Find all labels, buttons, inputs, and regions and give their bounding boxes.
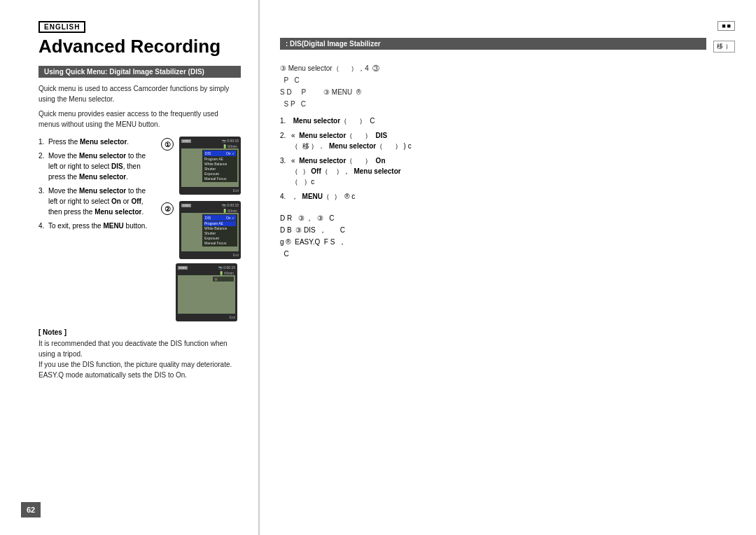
right-notes: D R ③ ， ③ C D B ③ DIS ， C g ® EASY.Q F S…: [280, 212, 735, 260]
page-container: ENGLISH Advanced Recording Using Quick M…: [0, 0, 756, 535]
right-section-header: : DIS(Digital Image Stabilizer: [280, 38, 706, 50]
notes-title: [ Notes ]: [38, 328, 241, 336]
right-header-bar: ■ ■: [280, 21, 735, 31]
camera-ui-3: STBY 📷 0:00:15 🔋 60min 설: [176, 263, 237, 321]
right-section-header-row: : DIS(Digital Image Stabilizer 移 ）: [280, 38, 735, 55]
intro-text-1: Quick menu is used to access Camcorder f…: [38, 83, 241, 104]
intro-text-2: Quick menu provides easier access to the…: [38, 109, 241, 130]
chinese-header-area: ■ ■: [718, 21, 735, 31]
notes-item-2: If you use the DIS function, the picture…: [38, 359, 241, 370]
steps-list: 1. Press the Menu selector. 2. Move the …: [38, 137, 241, 321]
right-column: ■ ■ : DIS(Digital Image Stabilizer 移 ） ③…: [259, 0, 756, 535]
circle-1: ①: [161, 138, 174, 151]
page-number: 62: [21, 502, 41, 517]
right-step-3: 3. « Menu selector（ ） On（ ） Off（ ）， Menu…: [280, 155, 735, 187]
step-2: 2. Move the Menu selector to the left or…: [38, 151, 157, 182]
camera-ui-2: STBY 📷 0:00:15 🔋 60min DISOn ✓: [179, 201, 241, 259]
language-badge: ENGLISH: [38, 21, 85, 33]
right-step-1: 1. Menu selector（ ） C: [280, 116, 735, 126]
step-1: 1. Press the Menu selector.: [38, 137, 157, 147]
notes-item-1: It is recommended that you deactivate th…: [38, 338, 241, 359]
cam-screenshot-1: ① STBY 📷 0:00:15 🔋 60min: [161, 137, 241, 195]
right-intro-text: ③ Menu selector（ ），4 ③ P C S D P ③ MENU …: [280, 62, 735, 110]
chinese-icon-label: 移 ）: [713, 41, 735, 53]
right-steps-list: 1. Menu selector（ ） C 2. « Menu selector…: [280, 116, 735, 202]
circle-2: ②: [161, 202, 174, 215]
cam-screenshot-3: STBY 📷 0:00:15 🔋 60min 설: [176, 263, 241, 321]
right-step-2: 2. « Menu selector（ ） DIS（ 移 ）． Menu sel…: [280, 130, 735, 151]
left-column: ENGLISH Advanced Recording Using Quick M…: [0, 0, 259, 535]
chinese-icon-box: ■ ■: [718, 21, 735, 31]
cam-screenshot-2: ② STBY 📷 0:00:15 🔋 60min: [161, 201, 241, 259]
step-1-area: 1. Press the Menu selector. 2. Move the …: [38, 137, 241, 321]
left-section-header: Using Quick Menu: Digital Image Stabiliz…: [38, 66, 241, 78]
step-1-text-area: 1. Press the Menu selector. 2. Move the …: [38, 137, 157, 321]
step-4: 4. To exit, press the MENU button.: [38, 221, 157, 231]
step-3: 3. Move the Menu selector to the left or…: [38, 186, 157, 217]
right-step-4: 4. ， MENU（ ） ® c: [280, 191, 735, 202]
notes-section: [ Notes ] It is recommended that you dea…: [38, 328, 241, 380]
camera-ui-1: STBY 📷 0:00:15 🔋 60min DISOn ✓: [179, 137, 241, 195]
page-title: Advanced Recording: [38, 36, 241, 57]
camera-screenshots: ① STBY 📷 0:00:15 🔋 60min: [161, 137, 241, 321]
notes-item-3: EASY.Q mode automatically sets the DIS t…: [38, 370, 241, 380]
